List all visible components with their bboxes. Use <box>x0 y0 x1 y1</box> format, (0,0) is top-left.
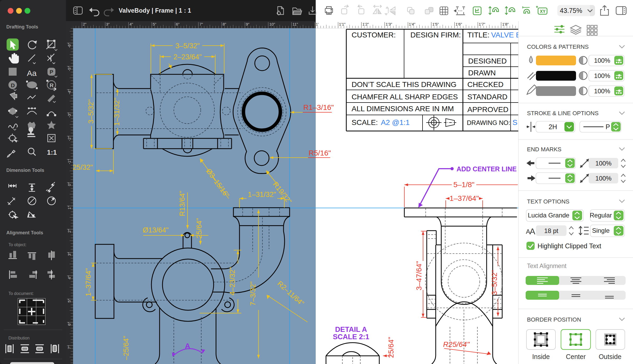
svg-text:STROKE & LINE OPTIONS: STROKE & LINE OPTIONS <box>527 110 598 117</box>
svg-text:TEXT OPTIONS: TEXT OPTIONS <box>527 198 569 205</box>
svg-text:Text Alignment: Text Alignment <box>527 263 567 269</box>
svg-text:Center: Center <box>566 353 586 360</box>
svg-text:Lucida Grande: Lucida Grande <box>528 212 569 219</box>
svg-text:Outside: Outside <box>599 353 621 360</box>
svg-text:BORDER POSITION: BORDER POSITION <box>527 316 581 323</box>
svg-text:Regular: Regular <box>590 212 612 219</box>
svg-text:Inside: Inside <box>532 353 550 360</box>
svg-text:P: P <box>606 123 610 130</box>
svg-text:END MARKS: END MARKS <box>527 146 562 153</box>
svg-text:18 pt: 18 pt <box>544 227 558 234</box>
svg-text:COLORS & PATTERNS: COLORS & PATTERNS <box>527 43 589 50</box>
svg-text:A: A <box>530 227 535 236</box>
svg-text:100%: 100% <box>594 88 610 95</box>
svg-text:Single: Single <box>592 227 610 234</box>
svg-text:2H: 2H <box>549 123 557 130</box>
svg-text:100%: 100% <box>594 57 610 64</box>
svg-text:Highlight Clipped Text: Highlight Clipped Text <box>538 242 601 250</box>
svg-text:100%: 100% <box>595 175 611 182</box>
svg-text:100%: 100% <box>594 72 610 79</box>
svg-text:100%: 100% <box>595 160 611 167</box>
